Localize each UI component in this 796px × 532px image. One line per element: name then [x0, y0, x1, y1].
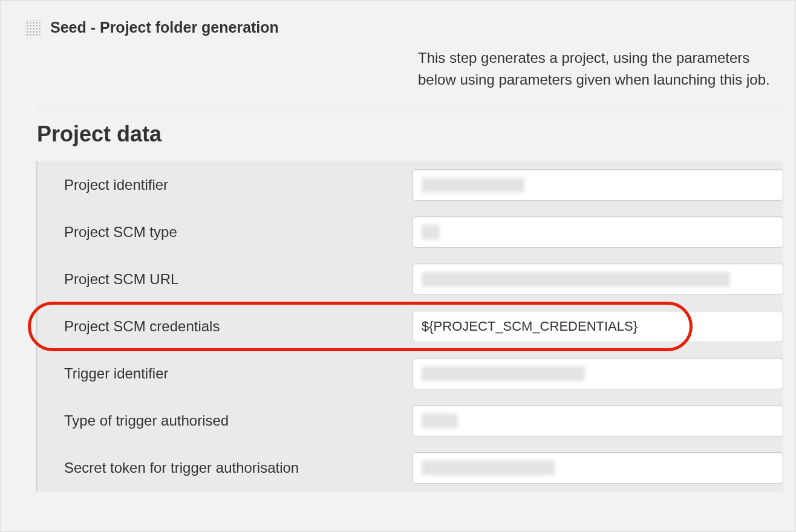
build-step-title: Seed - Project folder generation: [50, 19, 279, 36]
field-label: Project SCM URL: [38, 271, 413, 288]
field-input-wrap: [413, 216, 783, 248]
field-label: Project SCM type: [38, 224, 413, 241]
project-data-fields: Project identifierProject SCM typeProjec…: [36, 161, 783, 491]
field-label: Project SCM credentials: [38, 318, 413, 335]
field-row: Project SCM type: [38, 209, 783, 256]
redacted-value: [422, 225, 440, 239]
field-input-wrap: ${PROJECT_SCM_CREDENTIALS}: [413, 311, 783, 342]
redacted-value: [422, 414, 458, 428]
section-title: Project data: [37, 122, 783, 147]
text-input[interactable]: [413, 264, 783, 295]
field-label: Secret token for trigger authorisation: [38, 459, 413, 476]
config-panel: Seed - Project folder generation This st…: [0, 0, 796, 532]
text-input[interactable]: [413, 405, 783, 436]
field-input-wrap: [413, 358, 783, 389]
drag-handle-icon[interactable]: [25, 20, 41, 36]
field-row: Trigger identifier: [38, 350, 783, 397]
field-input-wrap: [413, 452, 783, 484]
text-input[interactable]: ${PROJECT_SCM_CREDENTIALS}: [413, 311, 783, 342]
field-input-wrap: [413, 405, 783, 436]
redacted-value: [422, 178, 524, 192]
redacted-value: [422, 272, 730, 287]
redacted-value: [422, 366, 585, 381]
text-input[interactable]: [413, 452, 783, 484]
field-row: Project identifier: [38, 161, 783, 209]
field-input-wrap: [413, 264, 783, 295]
field-label: Trigger identifier: [38, 365, 413, 382]
field-row: Type of trigger authorised: [38, 397, 783, 444]
field-label: Project identifier: [38, 177, 413, 193]
field-label: Type of trigger authorised: [38, 412, 413, 429]
text-input[interactable]: [413, 169, 783, 201]
build-step-description: This step generates a project, using the…: [418, 47, 783, 108]
input-value: ${PROJECT_SCM_CREDENTIALS}: [422, 319, 638, 334]
text-input[interactable]: [413, 216, 783, 248]
divider: [36, 108, 783, 108]
redacted-value: [422, 461, 555, 475]
text-input[interactable]: [413, 358, 783, 389]
field-row: Project SCM URL: [38, 256, 783, 303]
field-row: Secret token for trigger authorisation: [38, 444, 783, 491]
build-step-header: Seed - Project folder generation: [13, 1, 783, 47]
field-row: Project SCM credentials${PROJECT_SCM_CRE…: [38, 303, 783, 350]
field-input-wrap: [413, 169, 783, 201]
